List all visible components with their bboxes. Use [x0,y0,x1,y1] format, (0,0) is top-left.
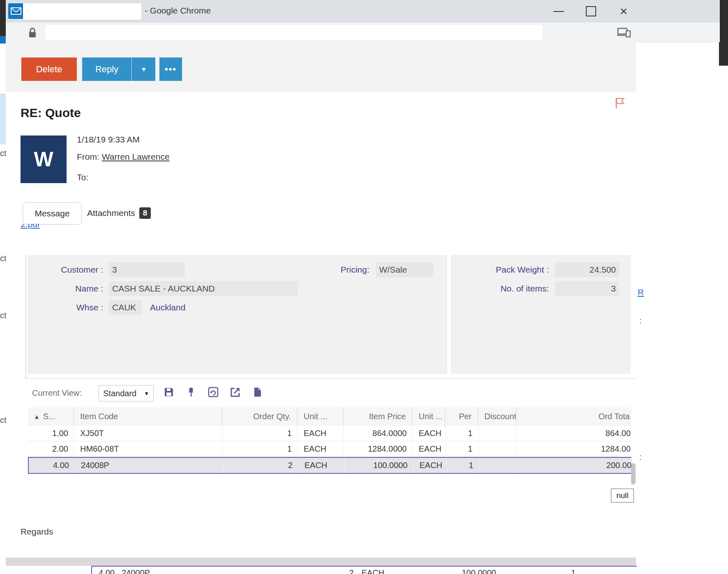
attachment-link-clipped[interactable]: 2.pdf [21,224,70,234]
sort-ascending-icon: ▲ [34,413,40,420]
table-row-selected[interactable]: 4.00 24008P 2 EACH 100.0000 EACH 1 200.0… [28,457,631,474]
email-to-label: To: [77,172,88,182]
attachments-count-badge: 8 [139,207,151,219]
chevron-down-icon: ▼ [141,66,147,73]
background-grid-row-clipped: 4.00 24000P 2 EACH 100.0000 1 [91,566,637,574]
column-header-item-price[interactable]: Item Price [344,407,413,426]
warehouse-name: Auckland [150,303,185,312]
delete-button[interactable]: Delete [21,57,77,81]
column-header-order-qty[interactable]: Order Qty. [223,407,298,426]
window-bottom-strip [6,558,636,566]
minimize-button[interactable] [546,0,571,23]
send-to-device-icon[interactable] [617,26,631,40]
tab-message[interactable]: Message [23,202,82,225]
reset-view-icon[interactable] [208,387,219,397]
null-tooltip: null [611,489,634,503]
background-lightblue-block-left [0,94,6,145]
pack-weight-label: Pack Weight : [452,265,549,275]
reply-button[interactable]: Reply [82,57,131,81]
open-external-icon[interactable] [230,387,241,397]
customer-label: Customer : [28,265,103,275]
quote-header-panel-left: Customer : 3 Name : CASH SALE - AUCKLAND… [28,255,447,374]
vertical-scrollbar-thumb[interactable] [631,463,636,484]
reply-dropdown-button[interactable]: ▼ [132,57,155,81]
pricing-label: Pricing: [295,265,369,275]
column-header-per[interactable]: Per [446,407,479,426]
email-subject: RE: Quote [21,106,81,120]
from-sender-link[interactable]: Warren Lawrence [102,152,170,161]
table-row[interactable]: 2.00 HM60-08T 1 EACH 1284.0000 EACH 1 12… [28,441,631,457]
items-count-value-field: 3 [555,281,619,296]
background-text-fragment: ct [0,149,7,158]
pin-view-icon[interactable] [186,387,196,397]
save-view-icon[interactable] [164,387,174,397]
lock-icon[interactable] [27,27,38,40]
email-date: 1/18/19 9:33 AM [77,135,140,145]
app-envelope-icon [8,3,24,19]
background-text-fragment: ct [0,254,7,263]
view-select-value: Standard [103,389,136,398]
more-actions-button[interactable]: ••• [159,57,182,81]
warehouse-code-field: CAUK [109,300,142,315]
column-header-unit[interactable]: Unit ... [298,407,344,426]
background-text-fragment: ct [0,416,7,425]
email-from-row: From: Warren Lawrence [77,152,170,162]
maximize-button[interactable] [578,0,603,23]
pricing-value-field: W/Sale [376,262,433,277]
background-dark-strip-top-right [719,0,728,66]
column-header-ord-total[interactable]: Ord Tota [517,407,631,426]
window-title-suffix: - Google Chrome [145,6,211,16]
background-colon-fragment: : [639,452,642,462]
warehouse-label: Whse : [28,303,103,312]
background-dark-strip-top-left [0,0,6,37]
sender-avatar: W [21,135,67,183]
background-link-fragment: R [638,287,644,297]
column-header-unit2[interactable]: Unit ... [413,407,446,426]
name-value-field: CASH SALE - AUCKLAND [109,281,298,296]
email-signature: Regards [21,527,53,537]
attachments-label: Attachments [87,208,135,218]
customer-value-field: 3 [109,262,185,277]
from-label: From: [77,152,99,161]
quote-header-panel-right: Pack Weight : 24.500 No. of items: 3 [451,255,630,374]
tab-attachments[interactable]: Attachments 8 [87,202,151,224]
background-text-fragment: ct [0,311,7,320]
table-row[interactable]: 1.00 XJ50T 1 EACH 864.0000 EACH 1 864.00 [28,426,631,441]
view-select-dropdown[interactable]: Standard ▼ [99,385,154,402]
background-blue-strip-left [0,36,6,44]
url-field[interactable] [45,25,542,40]
current-view-label: Current View: [32,388,82,398]
close-button[interactable]: × [611,0,636,23]
flag-icon[interactable] [615,97,625,111]
window-title-redacted [23,3,141,20]
pack-weight-value-field: 24.500 [555,262,619,277]
column-header-discount[interactable]: Discount [479,407,517,426]
items-count-label: No. of items: [452,284,549,294]
table-header-row: ▲S... Item Code Order Qty. Unit ... Item… [28,407,631,426]
screen: ct ct ct ct R : : - Google Chrome × Dele… [0,0,728,574]
column-header-item-code[interactable]: Item Code [74,407,223,426]
name-label: Name : [28,284,103,294]
background-colon-fragment: : [639,316,642,326]
column-header-selection[interactable]: ▲S... [28,407,74,426]
chevron-down-icon: ▼ [144,390,149,397]
close-icon: × [620,4,628,19]
quote-items-table: ▲S... Item Code Order Qty. Unit ... Item… [28,407,631,474]
document-icon[interactable] [252,387,263,397]
